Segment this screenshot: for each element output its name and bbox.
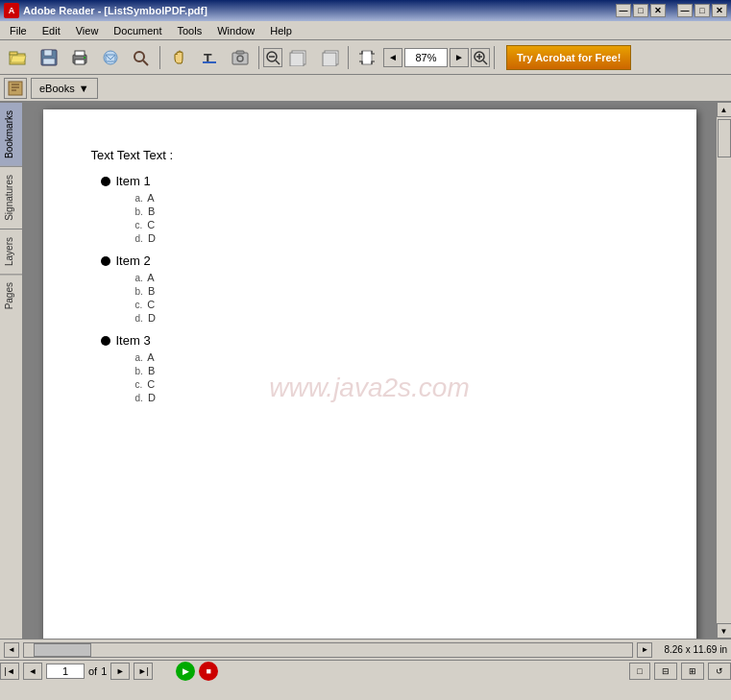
hand-tool-btn[interactable] [164,44,193,71]
sub-list-item: b. B [135,285,156,297]
list-item: Item 3 a. A b. B c. C d. D [101,333,648,405]
svg-rect-3 [44,50,52,56]
search-btn[interactable] [127,44,156,71]
title-bar-controls: — □ ✕ — □ ✕ [616,4,727,17]
email-btn[interactable] [96,44,125,71]
item-label: Item 2 [116,253,151,268]
zoom-input[interactable]: 87% [404,48,448,67]
sub-list-item: c. C [135,378,156,390]
menu-document[interactable]: Document [108,23,167,38]
sub-list-item: c. C [135,299,156,310]
svg-line-15 [143,60,148,65]
svg-rect-27 [323,53,336,66]
close-btn[interactable]: ✕ [712,4,727,17]
sidebar-tab-pages[interactable]: Pages [0,274,22,317]
fit-width-btn[interactable]: ⊟ [654,663,677,680]
print-btn[interactable] [65,44,94,71]
menu-bar: File Edit View Document Tools Window Hel… [0,21,731,40]
zoom-out-btn[interactable] [263,48,282,67]
inner-close-btn[interactable]: ✕ [650,4,666,17]
maximize-btn[interactable]: □ [694,4,710,17]
nav-bar: |◄ ◄ of 1 ► ►| ▶ ■ □ ⊟ ⊞ ↺ [0,660,731,681]
fit-page-btn[interactable] [353,44,381,71]
horizontal-scrollbar[interactable] [23,642,633,658]
open-btn[interactable] [4,44,33,71]
sub-list: a. A b. B c. C d. D [116,351,156,403]
page-of-label: of [88,665,97,677]
svg-rect-1 [10,52,17,55]
menu-file[interactable]: File [4,23,33,38]
menu-view[interactable]: View [70,23,105,38]
rotate-btn[interactable]: ↺ [708,663,731,680]
sub-list-item: a. A [135,351,156,363]
sub-list-item: d. D [135,392,156,403]
inner-minimize-btn[interactable]: — [616,4,631,17]
svg-line-23 [276,60,280,64]
try-acrobat-btn[interactable]: Try Acrobat for Free! [506,45,631,70]
menu-tools[interactable]: Tools [172,23,208,38]
inner-maximize-btn[interactable]: □ [633,4,648,17]
menu-window[interactable]: Window [211,23,260,38]
minimize-btn[interactable]: — [677,4,693,17]
svg-rect-6 [75,51,85,56]
scroll-thumb[interactable] [718,119,731,157]
bullet-icon [101,177,110,186]
main-area: Bookmarks Signatures Layers Pages www.ja… [0,102,731,639]
h-scroll-thumb[interactable] [34,643,91,657]
bullet-icon [101,256,110,266]
svg-rect-25 [290,53,304,66]
sidebar-tab-signatures[interactable]: Signatures [0,166,22,229]
item-label: Item 1 [116,174,151,188]
ebooks-btn[interactable]: eBooks ▼ [31,78,98,99]
scroll-left-btn[interactable]: ◄ [4,642,19,658]
separator-4 [494,46,495,69]
svg-rect-17 [203,61,216,63]
page-dimensions: 8.26 x 11.69 in [664,644,727,655]
zoom-increase-btn[interactable]: ► [450,48,469,67]
svg-rect-28 [362,51,372,64]
next-page-toolbar-btn[interactable] [315,44,344,71]
zoom-decrease-btn[interactable]: ◄ [383,48,402,67]
svg-point-14 [134,52,144,61]
snapshot-btn[interactable] [226,44,255,71]
save-btn[interactable] [35,44,63,71]
prev-page-toolbar-btn[interactable] [284,44,313,71]
svg-point-8 [84,57,85,59]
scroll-down-btn[interactable]: ▼ [717,623,732,639]
play-btn[interactable]: ▶ [176,662,195,681]
vertical-scrollbar: ▲ ▼ [716,102,731,639]
pdf-container[interactable]: www.java2s.com Text Text Text : Item 1 a… [23,102,716,639]
sub-list-item: d. D [135,232,156,244]
first-page-btn[interactable]: |◄ [0,663,19,680]
menu-help[interactable]: Help [264,23,298,38]
page-number-input[interactable] [46,664,85,679]
sidebar-tab-layers[interactable]: Layers [0,229,22,274]
secondary-toolbar: eBooks ▼ [0,75,731,102]
stop-btn[interactable]: ■ [199,662,218,681]
select-text-btn[interactable]: T [195,44,224,71]
separator-2 [258,46,259,69]
sidebar-tab-bookmarks[interactable]: Bookmarks [0,102,22,166]
ebooks-dropdown-icon: ▼ [79,83,89,94]
zoom-controls: ◄ 87% ► [383,48,469,67]
prev-page-btn[interactable]: ◄ [23,663,42,680]
page-size-btn[interactable]: □ [629,663,650,680]
last-page-btn[interactable]: ►| [134,663,153,680]
ebooks-icon-btn[interactable] [4,78,27,99]
next-page-btn[interactable]: ► [110,663,130,680]
svg-line-32 [483,60,487,64]
title-bar: A Adobe Reader - [ListSymbolPDF.pdf] — □… [0,0,731,21]
list-item: Item 2 a. A b. B c. C d. D [101,253,648,326]
sub-list-item: a. A [135,192,156,204]
scroll-up-btn[interactable]: ▲ [717,102,732,117]
zoom-in-btn[interactable] [471,48,490,67]
scroll-right-btn[interactable]: ► [637,642,652,658]
pdf-intro-text: Text Text Text : [91,148,648,162]
fit-page-nav-btn[interactable]: ⊞ [681,663,704,680]
item-label: Item 3 [116,333,151,348]
sidebar: Bookmarks Signatures Layers Pages [0,102,23,639]
list-item: Item 1 a. A b. B c. C d. D [101,174,648,246]
sub-list: a. A b. B c. C d. D [116,192,156,244]
separator-1 [159,46,160,69]
menu-edit[interactable]: Edit [37,23,66,38]
